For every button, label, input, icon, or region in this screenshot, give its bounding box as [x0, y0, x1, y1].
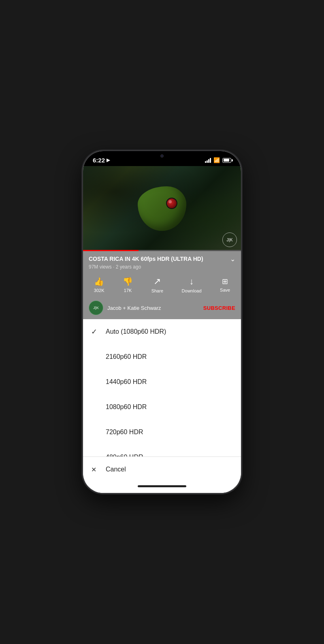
quality-label-1080p: 1080p60 HDR: [106, 403, 147, 411]
quality-item-2160p[interactable]: 2160p60 HDR: [83, 344, 241, 369]
quality-item-1440p[interactable]: 1440p60 HDR: [83, 369, 241, 395]
cancel-label: Cancel: [106, 466, 126, 473]
quality-list: ✓ Auto (1080p60 HDR) 2160p60 HDR 1440p60…: [83, 319, 241, 456]
quality-sheet: ✓ Auto (1080p60 HDR) 2160p60 HDR 1440p60…: [83, 319, 241, 493]
home-indicator: [83, 482, 241, 493]
dislike-count: 17K: [124, 288, 132, 293]
home-bar: [138, 485, 186, 487]
notch: [138, 151, 186, 162]
channel-watermark: J|K: [222, 232, 237, 247]
battery-fill: [224, 159, 229, 162]
action-row: 👍 302K 👎 17K ↗ Share ↓ Download ⊞ Save: [83, 273, 241, 298]
status-time: 6:22 ▶: [93, 157, 110, 164]
video-info: COSTA RICA IN 4K 60fps HDR (ULTRA HD) ⌄ …: [83, 251, 241, 273]
quality-item-1080p[interactable]: 1080p60 HDR: [83, 395, 241, 420]
video-title-row: COSTA RICA IN 4K 60fps HDR (ULTRA HD) ⌄: [89, 255, 235, 263]
download-button[interactable]: ↓ Download: [182, 276, 202, 293]
quality-item-480p[interactable]: 480p60 HDR: [83, 445, 241, 456]
video-thumbnail: J|K: [83, 166, 241, 251]
frog-visual: [130, 178, 194, 239]
share-button[interactable]: ↗ Share: [151, 276, 163, 293]
quality-item-720p[interactable]: 720p60 HDR: [83, 420, 241, 445]
save-icon: ⊞: [222, 277, 228, 286]
channel-avatar[interactable]: J|K: [89, 301, 103, 315]
subscribe-button[interactable]: SUBSCRIBE: [203, 305, 235, 311]
time-display: 6:22: [93, 157, 105, 164]
download-label: Download: [182, 288, 202, 293]
video-title: COSTA RICA IN 4K 60fps HDR (ULTRA HD): [89, 255, 227, 262]
check-icon: ✓: [91, 327, 106, 336]
location-icon: ▶: [107, 158, 110, 163]
quality-label-480p: 480p60 HDR: [106, 454, 143, 456]
cancel-button[interactable]: ✕ Cancel: [83, 457, 241, 482]
screen: 6:22 ▶ 📶: [83, 151, 241, 493]
quality-label-1440p: 1440p60 HDR: [106, 378, 147, 386]
signal-icon: [205, 158, 211, 163]
quality-label-2160p: 2160p60 HDR: [106, 353, 147, 360]
status-icons: 📶: [205, 157, 231, 163]
dislike-icon: 👎: [123, 277, 133, 286]
frog-body: [138, 186, 186, 231]
quality-item-auto[interactable]: ✓ Auto (1080p60 HDR): [83, 319, 241, 344]
battery-icon: [222, 158, 231, 163]
save-label: Save: [220, 288, 230, 292]
frog-eye: [166, 198, 177, 209]
wifi-icon: 📶: [213, 157, 220, 163]
cancel-icon: ✕: [91, 466, 106, 473]
video-meta: 97M views · 2 years ago: [89, 264, 235, 270]
notch-camera: [160, 154, 164, 158]
download-icon: ↓: [190, 276, 194, 287]
channel-name[interactable]: Jacob + Katie Schwarz: [107, 305, 199, 311]
dislike-button[interactable]: 👎 17K: [123, 277, 133, 293]
quality-label-auto: Auto (1080p60 HDR): [106, 328, 166, 335]
like-button[interactable]: 👍 302K: [94, 277, 104, 293]
save-button[interactable]: ⊞ Save: [220, 277, 230, 292]
quality-label-720p: 720p60 HDR: [106, 429, 143, 436]
progress-fill: [83, 250, 139, 251]
channel-row: J|K Jacob + Katie Schwarz SUBSCRIBE: [83, 298, 241, 319]
share-icon: ↗: [153, 276, 161, 287]
share-label: Share: [151, 288, 163, 293]
expand-icon[interactable]: ⌄: [230, 255, 235, 263]
like-icon: 👍: [94, 277, 104, 286]
like-count: 302K: [94, 288, 104, 293]
video-area[interactable]: J|K: [83, 166, 241, 251]
phone-frame: 6:22 ▶ 📶: [83, 151, 241, 493]
progress-bar: [83, 250, 241, 251]
